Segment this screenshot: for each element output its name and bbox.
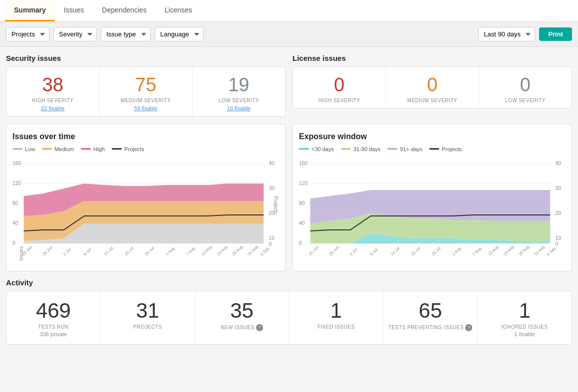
svg-text:20: 20 [555, 210, 561, 216]
issue-type-filter[interactable]: Issue type [101, 27, 151, 41]
security-medium-label: MEDIUM SEVERITY [103, 98, 188, 103]
fixed-issues-label: FIXED ISSUES [293, 324, 379, 330]
tests-preventing-card: 65 TESTS PREVENTING ISSUES ? [383, 291, 478, 344]
security-high-fixable[interactable]: 22 fixable [10, 105, 95, 111]
ignored-issues-label: IGNORED ISSUES [482, 324, 568, 330]
svg-text:31 Aug: 31 Aug [533, 244, 546, 256]
svg-text:25 Aug: 25 Aug [232, 244, 244, 256]
fixed-issues-card: 1 FIXED ISSUES [289, 291, 383, 344]
security-low-label: LOW SEVERITY [197, 98, 281, 103]
security-low-fixable[interactable]: 16 fixable [197, 105, 281, 111]
svg-text:120: 120 [12, 181, 21, 186]
svg-text:13 Aug: 13 Aug [487, 244, 500, 256]
tab-dependencies[interactable]: Dependencies [93, 0, 156, 21]
license-medium-label: MEDIUM SEVERITY [390, 98, 474, 103]
license-medium-number: 0 [390, 75, 474, 96]
license-title: License issues [292, 54, 572, 62]
security-low-number: 19 [197, 75, 281, 96]
license-low-card: 0 LOW SEVERITY [479, 67, 572, 108]
legend-projects-color [112, 148, 122, 150]
svg-text:2 Jul: 2 Jul [349, 247, 358, 256]
svg-text:160: 160 [12, 161, 21, 166]
tab-licenses[interactable]: Licenses [156, 0, 201, 21]
license-low-label: LOW SEVERITY [483, 98, 568, 103]
issues-chart-svg: 160 120 80 40 0 40 30 20 10 0 Issues Pro… [12, 156, 279, 266]
ignored-issues-number: 1 [482, 300, 568, 321]
svg-text:19 Aug: 19 Aug [216, 244, 229, 256]
exposure-chart-area: 160 120 80 40 0 40 30 20 10 0 [299, 156, 566, 266]
svg-text:7 Aug: 7 Aug [185, 246, 196, 256]
severity-filter[interactable]: Severity [53, 27, 97, 41]
tab-bar: Summary Issues Dependencies Licenses [0, 0, 578, 22]
exposure-chart-svg: 160 120 80 40 0 40 30 20 10 0 [299, 156, 566, 266]
print-button[interactable]: Print [539, 27, 572, 41]
activity-section: Activity 469 TESTS RUN 336 private 31 PR… [6, 278, 572, 345]
svg-text:2 Jul: 2 Jul [62, 247, 72, 256]
projects-label: PROJECTS [105, 324, 191, 330]
svg-text:6 Sep: 6 Sep [260, 246, 271, 256]
svg-text:14 Jul: 14 Jul [390, 246, 401, 256]
activity-title: Activity [6, 278, 572, 287]
issues-chart-legend: Low Medium High Projects [12, 146, 279, 152]
svg-text:26 Jul: 26 Jul [144, 246, 155, 256]
metrics-section: Security issues 38 HIGH SEVERITY 22 fixa… [6, 54, 572, 117]
security-medium-number: 75 [103, 75, 188, 96]
language-filter[interactable]: Language [155, 27, 204, 41]
new-issues-help-icon[interactable]: ? [256, 324, 263, 331]
svg-text:19 Aug: 19 Aug [503, 244, 515, 256]
charts-section: Issues over time Low Medium High Project… [6, 124, 572, 271]
svg-text:1 Aug: 1 Aug [451, 246, 462, 256]
issues-chart-title: Issues over time [12, 132, 279, 141]
ignored-issues-sub: 1 fixable [482, 331, 568, 337]
tests-run-card: 469 TESTS RUN 336 private [6, 291, 101, 344]
svg-text:0: 0 [299, 240, 302, 246]
exp-legend-3190-label: 31-90 days [353, 146, 380, 152]
security-medium-fixable[interactable]: 59 fixable [103, 105, 188, 111]
exp-legend-30-label: <30 days [311, 146, 334, 152]
svg-text:20 Jul: 20 Jul [410, 246, 421, 256]
security-metrics-row: 38 HIGH SEVERITY 22 fixable 75 MEDIUM SE… [6, 66, 286, 117]
license-high-card: 0 HIGH SEVERITY [293, 67, 386, 108]
license-metrics-row: 0 HIGH SEVERITY 0 MEDIUM SEVERITY 0 LOW … [292, 66, 572, 109]
main-content: Security issues 38 HIGH SEVERITY 22 fixa… [0, 47, 578, 352]
legend-projects: Projects [112, 146, 144, 152]
legend-projects-label: Projects [124, 146, 144, 152]
svg-text:1 Aug: 1 Aug [165, 246, 175, 256]
ignored-issues-card: 1 IGNORED ISSUES 1 fixable [478, 291, 572, 344]
tab-issues[interactable]: Issues [55, 0, 93, 21]
exp-91-area [310, 190, 551, 223]
legend-low: Low [12, 146, 35, 152]
svg-text:26 Jun: 26 Jun [328, 245, 340, 256]
time-range-filter[interactable]: Last 90 days [478, 27, 535, 41]
license-medium-card: 0 MEDIUM SEVERITY [386, 67, 479, 108]
svg-text:Projects: Projects [273, 196, 279, 214]
legend-medium-color [42, 148, 52, 150]
svg-text:10: 10 [269, 235, 275, 241]
new-issues-number: 35 [199, 300, 285, 321]
issues-chart-area: 160 120 80 40 0 40 30 20 10 0 Issues Pro… [12, 156, 279, 266]
security-high-card: 38 HIGH SEVERITY 22 fixable [6, 67, 99, 116]
exp-legend-91: 91+ days [387, 146, 422, 152]
exp-legend-91-color [387, 148, 397, 150]
tab-summary[interactable]: Summary [5, 0, 55, 21]
svg-text:10: 10 [555, 235, 561, 241]
svg-text:0: 0 [269, 241, 272, 247]
tests-run-number: 469 [10, 300, 96, 321]
fixed-issues-number: 1 [293, 300, 379, 321]
svg-text:30: 30 [555, 186, 561, 191]
security-low-card: 19 LOW SEVERITY 16 fixable [193, 67, 285, 116]
svg-text:26 Jun: 26 Jun [42, 245, 54, 256]
svg-text:0: 0 [12, 240, 15, 246]
tests-preventing-label: TESTS PREVENTING ISSUES ? [387, 324, 473, 331]
new-issues-card: 35 NEW ISSUES ? [195, 291, 289, 344]
svg-text:20 Jul: 20 Jul [124, 246, 135, 256]
tests-run-sub: 336 private [10, 331, 96, 337]
exp-legend-30: <30 days [299, 146, 334, 152]
projects-filter[interactable]: Projects [6, 27, 49, 41]
legend-low-color [12, 148, 22, 150]
exposure-window-chart: Exposure window <30 days 31-90 days 91+ … [292, 124, 572, 271]
exp-legend-projects-color [429, 148, 439, 150]
license-low-number: 0 [483, 75, 568, 96]
tests-preventing-help-icon[interactable]: ? [465, 324, 472, 331]
legend-medium: Medium [42, 146, 74, 152]
